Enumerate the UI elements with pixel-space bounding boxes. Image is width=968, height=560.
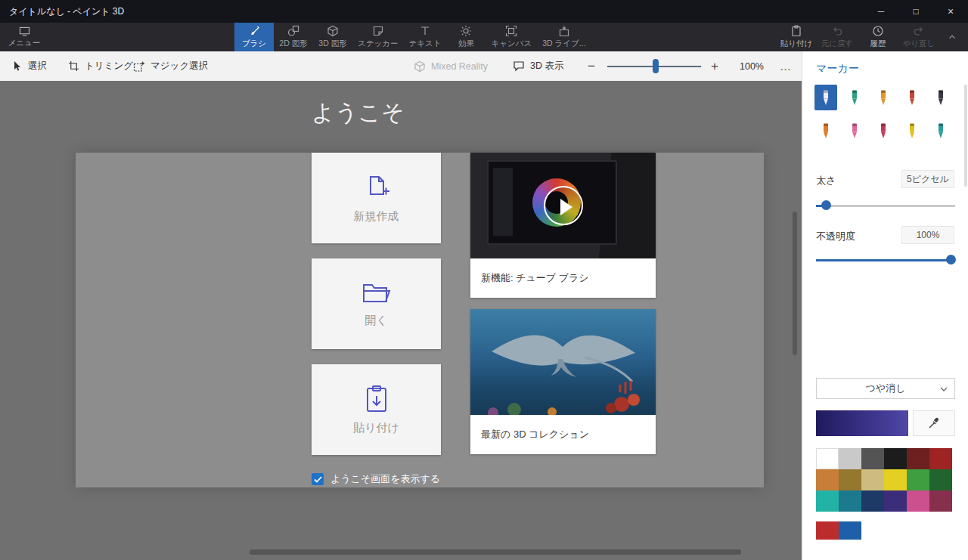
top-right-tools: 貼り付け 元に戻す 履歴 やり直し (776, 23, 965, 51)
color-swatch[interactable] (884, 469, 907, 490)
new-file-card[interactable]: 新規作成 (312, 153, 441, 243)
more-options-button[interactable]: … (780, 51, 792, 81)
color-swatch[interactable] (839, 469, 861, 490)
magic-select-icon (133, 60, 145, 73)
zoom-slider[interactable] (607, 51, 701, 81)
thickness-slider-thumb[interactable] (821, 200, 831, 210)
tab-brush[interactable]: ブラシ (234, 23, 274, 51)
tab-text[interactable]: テキスト (403, 23, 446, 51)
color-swatch[interactable] (816, 490, 839, 512)
text-icon (419, 25, 431, 37)
promo-caption: 最新の 3D コレクション (470, 415, 656, 454)
pixel-pen-brush[interactable] (929, 85, 952, 110)
close-button[interactable]: × (933, 0, 968, 23)
zoom-slider-thumb[interactable] (653, 59, 659, 73)
fill-bucket-brush[interactable] (929, 118, 952, 144)
crop-label: トリミング (85, 60, 133, 73)
color-swatch[interactable] (861, 448, 884, 469)
undo-button[interactable]: 元に戻す (817, 23, 858, 51)
color-swatch[interactable] (929, 490, 952, 512)
color-swatch[interactable] (907, 490, 929, 512)
opacity-slider[interactable] (816, 254, 955, 266)
play-button-icon[interactable] (544, 186, 583, 225)
finish-dropdown[interactable]: つや消し (816, 378, 955, 399)
paste-button[interactable]: 貼り付け (776, 23, 817, 51)
show-welcome-checkbox-row: ようこそ画面を表示する (312, 472, 440, 486)
mixed-reality-button[interactable]: Mixed Reality (414, 51, 488, 81)
color-swatch[interactable] (816, 521, 839, 540)
color-swatch[interactable] (861, 469, 884, 490)
color-swatch[interactable] (861, 490, 884, 512)
promo-3d-collection[interactable]: 最新の 3D コレクション (470, 309, 656, 454)
tab-3d-shapes[interactable]: 3D 図形 (313, 23, 352, 51)
eyedropper-button[interactable] (913, 410, 955, 436)
color-swatch[interactable] (907, 448, 929, 469)
tab-label: キャンバス (491, 39, 532, 49)
redo-button[interactable]: やり直し (898, 23, 939, 51)
color-swatch[interactable] (839, 521, 861, 540)
opacity-value[interactable]: 100% (901, 226, 954, 244)
promo-caption: 新機能: チューブ ブラシ (470, 258, 656, 298)
horizontal-scrollbar-thumb[interactable] (250, 549, 741, 555)
brush-grid (814, 85, 955, 144)
tab-effects[interactable]: 効果 (446, 23, 486, 51)
brush-sidebar: マーカー 太さ 5ピクセル 不透明度 100% つや消し (802, 51, 968, 560)
spray-can-brush[interactable] (901, 118, 923, 144)
calligraphy-pen-brush[interactable] (843, 85, 866, 110)
tab-stickers[interactable]: ステッカー (352, 23, 403, 51)
show-welcome-checkbox[interactable] (312, 473, 324, 485)
tab-canvas[interactable]: キャンバス (486, 23, 537, 51)
redo-icon (913, 25, 925, 37)
canvas-icon (505, 25, 517, 37)
redo-label: やり直し (903, 39, 935, 49)
paste-clipboard-icon (363, 384, 390, 414)
magic-select-button[interactable]: マジック選択 (133, 51, 208, 81)
crop-button[interactable]: トリミング (68, 51, 133, 81)
color-swatch[interactable] (929, 448, 952, 469)
color-swatch[interactable] (839, 448, 861, 469)
tab-2d-shapes[interactable]: 2D 図形 (274, 23, 313, 51)
zoom-out-button[interactable]: − (588, 51, 595, 81)
menu-label: メニュー (8, 38, 41, 48)
select-button[interactable]: 選択 (12, 51, 47, 81)
opacity-label: 不透明度 (816, 230, 855, 243)
marker-brush[interactable] (814, 85, 837, 110)
chevron-up-icon (947, 32, 957, 42)
sidebar-scrollbar-thumb[interactable] (964, 85, 967, 187)
tab-3d-library[interactable]: 3D ライブ... (537, 23, 591, 51)
eraser-brush[interactable] (843, 118, 866, 144)
promo-tube-brush[interactable]: 新機能: チューブ ブラシ (470, 153, 656, 298)
color-swatch[interactable] (907, 469, 929, 490)
opacity-slider-fill (816, 259, 951, 261)
collapse-ribbon-button[interactable] (939, 23, 965, 51)
color-gradient[interactable] (816, 410, 908, 436)
zoom-in-button[interactable]: + (711, 51, 718, 81)
color-swatch[interactable] (839, 490, 861, 512)
menu-button[interactable]: メニュー (0, 23, 48, 51)
stingray-graphic (470, 309, 656, 415)
maximize-button[interactable]: □ (898, 0, 933, 23)
oil-brush-brush[interactable] (872, 85, 895, 110)
open-card[interactable]: 開く (312, 258, 441, 349)
watercolor-brush-brush[interactable] (901, 85, 923, 110)
view-3d-label: 3D 表示 (530, 60, 563, 73)
thickness-value[interactable]: 5ピクセル (901, 170, 954, 188)
opacity-slider-thumb[interactable] (946, 255, 956, 265)
paste-card[interactable]: 貼り付け (312, 364, 441, 455)
crayon-brush[interactable] (872, 118, 895, 144)
undo-icon (831, 25, 843, 37)
color-swatch[interactable] (816, 448, 839, 469)
mixed-reality-label: Mixed Reality (431, 61, 488, 72)
zoom-value[interactable]: 100% (740, 51, 764, 81)
finish-dropdown-value: つや消し (866, 382, 906, 395)
view-3d-button[interactable]: 3D 表示 (513, 51, 563, 81)
pencil-brush[interactable] (814, 118, 837, 144)
color-swatch[interactable] (816, 469, 839, 490)
minimize-button[interactable]: ─ (864, 0, 898, 23)
color-swatch[interactable] (884, 490, 907, 512)
color-swatch[interactable] (884, 448, 907, 469)
history-button[interactable]: 履歴 (858, 23, 898, 51)
vertical-scrollbar-thumb[interactable] (793, 212, 797, 355)
thickness-slider[interactable] (816, 200, 955, 212)
color-swatch[interactable] (929, 469, 952, 490)
